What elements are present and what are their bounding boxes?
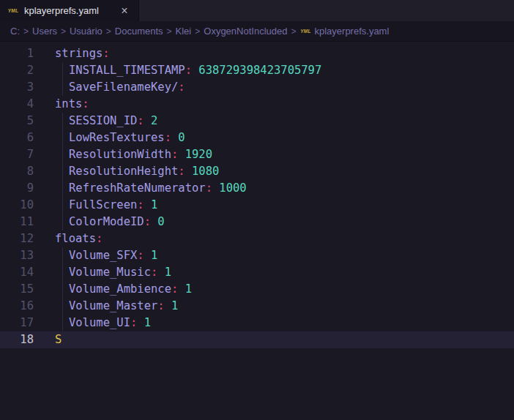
code-line[interactable]: 3SaveFilenameKey/: (0, 79, 514, 96)
yaml-colon: : (178, 80, 185, 94)
yaml-key: RefreshRateNumerator (69, 181, 206, 195)
code-text: Volume_Ambience: 1 (69, 281, 192, 298)
tab-title: kplayerprefs.yaml (24, 5, 99, 16)
breadcrumb-file-label: kplayerprefs.yaml (314, 26, 389, 37)
breadcrumb-item-oxygennotincluded[interactable]: OxygenNotIncluded (204, 26, 287, 37)
code-line[interactable]: 18S (0, 331, 514, 348)
line-number[interactable]: 8 (0, 163, 34, 180)
yaml-colon: : (96, 232, 103, 245)
indent-guide (62, 315, 63, 331)
code-text: S (55, 331, 62, 348)
code-line[interactable]: 8ResolutionHeight: 1080 (0, 163, 514, 180)
breadcrumb-item-klei[interactable]: Klei (176, 26, 192, 37)
chevron-right-icon: > (167, 26, 172, 37)
close-icon[interactable]: × (118, 5, 131, 17)
breadcrumb-item-c[interactable]: C: (10, 26, 20, 37)
yaml-value: 0 (151, 215, 165, 228)
line-number[interactable]: 9 (0, 180, 34, 197)
yaml-value: 0 (171, 131, 185, 144)
line-number[interactable]: 15 (0, 281, 34, 298)
tab-strip-empty-area (139, 0, 514, 21)
yaml-key: Volume_SFX (69, 249, 137, 262)
breadcrumb-item-usurio[interactable]: Usuário (70, 26, 103, 37)
line-number[interactable]: 11 (0, 214, 34, 230)
code-line[interactable]: 16Volume_Master: 1 (0, 298, 514, 315)
indent-guide (62, 247, 63, 264)
yaml-colon: : (82, 97, 89, 110)
line-number[interactable]: 18 (0, 331, 34, 348)
line-number[interactable]: 3 (0, 79, 34, 96)
line-number[interactable]: 10 (0, 197, 34, 214)
tab-bar: YML kplayerprefs.yaml × (0, 0, 514, 21)
yaml-colon: : (206, 181, 212, 195)
breadcrumb-item-file[interactable]: YMLkplayerprefs.yaml (299, 26, 389, 37)
code-line[interactable]: 15Volume_Ambience: 1 (0, 281, 514, 298)
yaml-colon: : (137, 198, 144, 211)
yaml-colon: : (151, 266, 157, 279)
indent-guide (62, 180, 63, 197)
yaml-value: 1 (144, 249, 158, 262)
code-text: ResolutionHeight: 1080 (69, 163, 219, 180)
code-line[interactable]: 9RefreshRateNumerator: 1000 (0, 180, 514, 197)
code-line[interactable]: 12floats: (0, 230, 514, 247)
code-text: floats: (55, 230, 103, 247)
line-number[interactable]: 17 (0, 315, 34, 331)
indent-guide (62, 163, 63, 180)
yaml-value: 1080 (185, 165, 220, 178)
yaml-key: Volume_UI (69, 316, 130, 329)
code-line[interactable]: 13Volume_SFX: 1 (0, 247, 514, 264)
code-text: ints: (55, 96, 89, 113)
yaml-file-icon: YML (299, 26, 311, 37)
yaml-key: Volume_Master (69, 299, 157, 312)
indent-guide (62, 281, 63, 298)
line-number[interactable]: 5 (0, 113, 34, 130)
line-number[interactable]: 13 (0, 247, 34, 264)
breadcrumb: C:>Users>Usuário>Documents>Klei>OxygenNo… (0, 21, 514, 42)
line-number[interactable]: 14 (0, 264, 34, 281)
code-line[interactable]: 7ResolutionWidth: 1920 (0, 146, 514, 163)
line-number[interactable]: 16 (0, 298, 34, 315)
indent-guide (62, 197, 63, 214)
code-text: SESSION_ID: 2 (69, 113, 157, 130)
code-text: Volume_SFX: 1 (69, 247, 157, 264)
code-area[interactable]: 1strings:2INSTALL_TIMESTAMP: 63872939842… (0, 42, 514, 420)
code-line[interactable]: 1strings: (0, 45, 514, 62)
chevron-right-icon: > (23, 26, 29, 37)
code-line[interactable]: 6LowResTextures: 0 (0, 130, 514, 146)
line-number[interactable]: 6 (0, 130, 34, 146)
line-number[interactable]: 12 (0, 230, 34, 247)
code-line[interactable]: 5SESSION_ID: 2 (0, 113, 514, 130)
yaml-key: LowResTextures (69, 131, 165, 144)
code-line[interactable]: 10FullScreen: 1 (0, 197, 514, 214)
code-line[interactable]: 2INSTALL_TIMESTAMP: 638729398423705797 (0, 62, 514, 79)
yaml-key: strings (55, 47, 103, 60)
yaml-key: SESSION_ID (69, 114, 137, 127)
yaml-value: 2 (144, 114, 158, 127)
yaml-value: 638729398423705797 (192, 64, 321, 77)
line-number[interactable]: 4 (0, 96, 34, 113)
yaml-colon: : (185, 64, 192, 77)
code-line[interactable]: 11ColorModeID: 0 (0, 214, 514, 230)
yaml-value: 1000 (212, 181, 247, 195)
yaml-colon: : (103, 47, 109, 60)
yaml-key: ResolutionWidth (69, 148, 171, 161)
code-line[interactable]: 4ints: (0, 96, 514, 113)
code-line[interactable]: 14Volume_Music: 1 (0, 264, 514, 281)
code-text: INSTALL_TIMESTAMP: 638729398423705797 (69, 62, 321, 79)
yaml-colon: : (137, 114, 144, 127)
yaml-colon: : (157, 299, 164, 312)
vscode-editor-window: YML kplayerprefs.yaml × C:>Users>Usuário… (0, 0, 514, 420)
breadcrumb-item-users[interactable]: Users (32, 26, 57, 37)
yaml-key: ColorModeID (69, 215, 144, 228)
yaml-value: 1 (144, 198, 158, 211)
yaml-colon: : (178, 165, 185, 178)
yaml-key: Volume_Ambience (69, 282, 171, 296)
tab-kplayerprefs[interactable]: YML kplayerprefs.yaml × (0, 0, 139, 21)
breadcrumb-item-documents[interactable]: Documents (115, 26, 163, 37)
code-line[interactable]: 17Volume_UI: 1 (0, 315, 514, 331)
code-text: Volume_Master: 1 (69, 298, 178, 315)
line-number[interactable]: 1 (0, 45, 34, 62)
line-number[interactable]: 2 (0, 62, 34, 79)
yaml-key: INSTALL_TIMESTAMP (69, 64, 185, 77)
line-number[interactable]: 7 (0, 146, 34, 163)
